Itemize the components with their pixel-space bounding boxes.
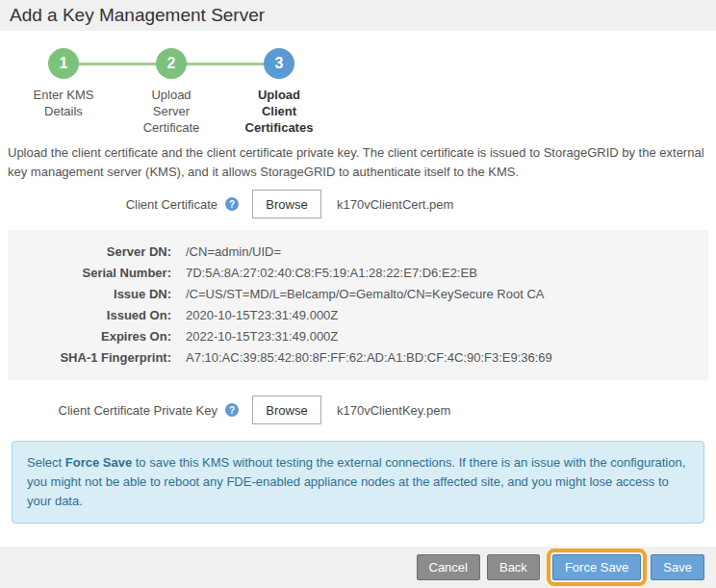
client-certificate-label: Client Certificate [126, 197, 217, 212]
client-certificate-row: Client Certificate ? Browse k170vClientC… [0, 190, 716, 218]
force-save-highlight-ring: Force Save [547, 549, 647, 586]
force-save-button[interactable]: Force Save [552, 554, 641, 580]
table-row: Issue DN: /C=US/ST=MD/L=Belcamp/O=Gemalt… [8, 284, 708, 305]
step-3-circle: 3 [264, 48, 294, 79]
detail-value: 2020-10-15T23:31:49.000Z [186, 305, 338, 326]
step-upload-client-certificates: 3 Upload Client Certificates [225, 48, 333, 136]
question-mark-help-icon[interactable]: ? [225, 403, 239, 417]
detail-value: 7D:5A:8A:27:02:40:C8:F5:19:A1:28:22:E7:D… [186, 263, 477, 284]
back-button[interactable]: Back [487, 554, 540, 580]
private-key-row: Client Certificate Private Key ? Browse … [0, 396, 716, 424]
step-1-circle: 1 [48, 48, 79, 79]
detail-label: SHA-1 Fingerprint: [8, 347, 171, 369]
wizard-stepper: 1 Enter KMS Details 2 Upload Server Cert… [10, 48, 333, 136]
info-text-bold: Force Save [65, 455, 132, 470]
client-certificate-browse-button[interactable]: Browse [252, 190, 321, 218]
page-description: Upload the client certificate and the cl… [8, 143, 706, 182]
table-row: Expires On: 2022-10-15T23:31:49.000Z [8, 326, 708, 347]
footer-bar: Cancel Back Force Save Save [0, 547, 716, 588]
cancel-button[interactable]: Cancel [417, 554, 480, 580]
detail-label: Server DN: [8, 242, 171, 263]
step-2-circle: 2 [156, 48, 187, 79]
table-row: SHA-1 Fingerprint: A7:10:AC:39:85:42:80:… [8, 347, 708, 369]
question-mark-help-icon[interactable]: ? [225, 197, 239, 211]
detail-label: Issued On: [8, 305, 171, 326]
detail-value: /C=US/ST=MD/L=Belcamp/O=Gemalto/CN=KeySe… [186, 284, 544, 305]
detail-label: Expires On: [8, 326, 171, 347]
private-key-filename: k170vClientKey.pem [337, 403, 450, 418]
detail-value: /CN=admin/UID= [186, 242, 281, 263]
detail-value: A7:10:AC:39:85:42:80:8F:FF:62:AD:A1:BD:C… [186, 347, 552, 369]
detail-label: Issue DN: [8, 284, 171, 305]
table-row: Server DN: /CN=admin/UID= [8, 242, 708, 263]
step-1-label: Enter KMS Details [34, 87, 94, 119]
step-3-label: Upload Client Certificates [245, 87, 314, 136]
private-key-label: Client Certificate Private Key [59, 403, 217, 418]
private-key-browse-button[interactable]: Browse [252, 396, 321, 424]
table-row: Serial Number: 7D:5A:8A:27:02:40:C8:F5:1… [8, 263, 708, 284]
detail-value: 2022-10-15T23:31:49.000Z [186, 326, 338, 347]
page-title: Add a Key Management Server [0, 0, 716, 31]
step-upload-server-certificate: 2 Upload Server Certificate [117, 48, 225, 136]
force-save-info-box: Select Force Save to save this KMS witho… [12, 441, 704, 524]
info-text-prefix: Select [27, 455, 65, 470]
step-2-label: Upload Server Certificate [143, 87, 200, 136]
table-row: Issued On: 2020-10-15T23:31:49.000Z [8, 305, 708, 326]
detail-label: Serial Number: [8, 263, 171, 284]
step-enter-kms-details: 1 Enter KMS Details [10, 48, 117, 136]
save-button[interactable]: Save [651, 554, 704, 580]
client-certificate-filename: k170vClientCert.pem [337, 197, 453, 212]
certificate-details-panel: Server DN: /CN=admin/UID= Serial Number:… [8, 230, 708, 380]
